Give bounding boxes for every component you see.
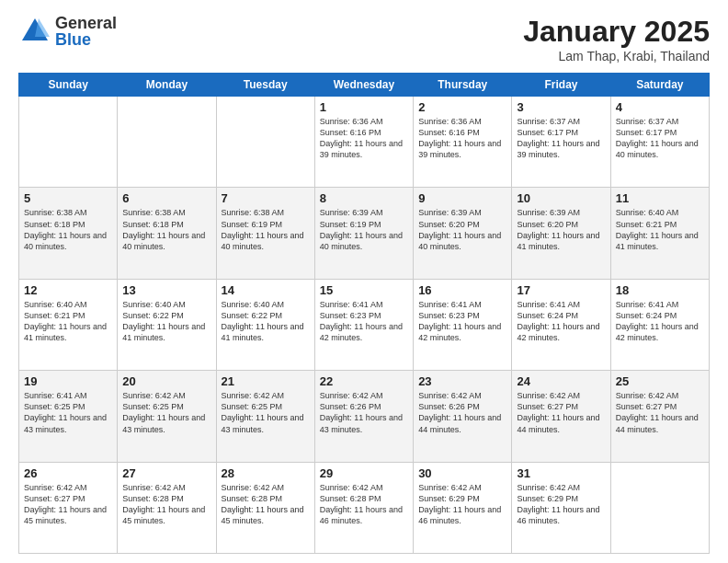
day-number: 29 <box>320 466 408 480</box>
day-number: 6 <box>122 191 210 205</box>
calendar-cell: 16Sunrise: 6:41 AM Sunset: 6:23 PM Dayli… <box>414 279 512 370</box>
calendar-cell: 14Sunrise: 6:40 AM Sunset: 6:22 PM Dayli… <box>216 279 314 370</box>
day-number: 16 <box>418 283 506 297</box>
calendar-cell: 9Sunrise: 6:39 AM Sunset: 6:20 PM Daylig… <box>414 188 512 279</box>
calendar-cell: 12Sunrise: 6:40 AM Sunset: 6:21 PM Dayli… <box>19 279 118 370</box>
day-info: Sunrise: 6:42 AM Sunset: 6:25 PM Dayligh… <box>222 390 310 435</box>
day-info: Sunrise: 6:42 AM Sunset: 6:27 PM Dayligh… <box>24 482 112 527</box>
col-friday: Friday <box>512 74 610 97</box>
location-title: Lam Thap, Krabi, Thailand <box>523 49 710 63</box>
calendar-cell <box>19 97 118 188</box>
calendar-cell: 18Sunrise: 6:41 AM Sunset: 6:24 PM Dayli… <box>610 279 709 370</box>
logo-blue: Blue <box>55 31 117 48</box>
calendar-week-row: 1Sunrise: 6:36 AM Sunset: 6:16 PM Daylig… <box>19 97 710 188</box>
weekday-header-row: Sunday Monday Tuesday Wednesday Thursday… <box>19 74 710 97</box>
day-info: Sunrise: 6:40 AM Sunset: 6:21 PM Dayligh… <box>24 299 112 344</box>
logo-general: General <box>55 15 117 31</box>
day-info: Sunrise: 6:42 AM Sunset: 6:29 PM Dayligh… <box>517 482 605 527</box>
calendar-cell: 10Sunrise: 6:39 AM Sunset: 6:20 PM Dayli… <box>512 188 610 279</box>
calendar-cell: 22Sunrise: 6:42 AM Sunset: 6:26 PM Dayli… <box>314 371 413 462</box>
day-number: 7 <box>222 191 310 205</box>
col-sunday: Sunday <box>19 74 118 97</box>
logo-icon <box>18 15 51 48</box>
day-number: 22 <box>320 374 408 388</box>
day-number: 11 <box>616 191 704 205</box>
calendar: Sunday Monday Tuesday Wednesday Thursday… <box>18 73 710 554</box>
calendar-cell: 21Sunrise: 6:42 AM Sunset: 6:25 PM Dayli… <box>216 371 314 462</box>
calendar-cell: 28Sunrise: 6:42 AM Sunset: 6:28 PM Dayli… <box>216 462 314 553</box>
calendar-cell: 26Sunrise: 6:42 AM Sunset: 6:27 PM Dayli… <box>19 462 118 553</box>
day-info: Sunrise: 6:40 AM Sunset: 6:22 PM Dayligh… <box>222 299 310 344</box>
day-info: Sunrise: 6:39 AM Sunset: 6:20 PM Dayligh… <box>517 207 605 252</box>
calendar-week-row: 12Sunrise: 6:40 AM Sunset: 6:21 PM Dayli… <box>19 279 710 370</box>
month-title: January 2025 <box>523 15 710 49</box>
day-info: Sunrise: 6:40 AM Sunset: 6:21 PM Dayligh… <box>616 207 704 252</box>
logo-text: General Blue <box>55 15 117 48</box>
day-number: 9 <box>418 191 506 205</box>
col-saturday: Saturday <box>610 74 709 97</box>
day-info: Sunrise: 6:41 AM Sunset: 6:23 PM Dayligh… <box>418 299 506 344</box>
calendar-cell: 2Sunrise: 6:36 AM Sunset: 6:16 PM Daylig… <box>414 97 512 188</box>
calendar-week-row: 26Sunrise: 6:42 AM Sunset: 6:27 PM Dayli… <box>19 462 710 553</box>
day-number: 27 <box>122 466 210 480</box>
calendar-cell: 29Sunrise: 6:42 AM Sunset: 6:28 PM Dayli… <box>314 462 413 553</box>
day-number: 31 <box>517 466 605 480</box>
day-info: Sunrise: 6:42 AM Sunset: 6:26 PM Dayligh… <box>418 390 506 435</box>
day-info: Sunrise: 6:40 AM Sunset: 6:22 PM Dayligh… <box>122 299 210 344</box>
col-thursday: Thursday <box>414 74 512 97</box>
page: General Blue January 2025 Lam Thap, Krab… <box>0 0 728 563</box>
day-number: 25 <box>616 374 704 388</box>
calendar-cell <box>118 97 216 188</box>
calendar-cell: 23Sunrise: 6:42 AM Sunset: 6:26 PM Dayli… <box>414 371 512 462</box>
day-number: 21 <box>222 374 310 388</box>
day-info: Sunrise: 6:42 AM Sunset: 6:26 PM Dayligh… <box>320 390 408 435</box>
day-number: 12 <box>24 283 112 297</box>
calendar-cell: 5Sunrise: 6:38 AM Sunset: 6:18 PM Daylig… <box>19 188 118 279</box>
col-monday: Monday <box>118 74 216 97</box>
day-number: 28 <box>222 466 310 480</box>
calendar-cell: 15Sunrise: 6:41 AM Sunset: 6:23 PM Dayli… <box>314 279 413 370</box>
calendar-cell: 19Sunrise: 6:41 AM Sunset: 6:25 PM Dayli… <box>19 371 118 462</box>
day-info: Sunrise: 6:42 AM Sunset: 6:28 PM Dayligh… <box>222 482 310 527</box>
title-block: January 2025 Lam Thap, Krabi, Thailand <box>523 15 710 63</box>
calendar-cell: 13Sunrise: 6:40 AM Sunset: 6:22 PM Dayli… <box>118 279 216 370</box>
day-number: 26 <box>24 466 112 480</box>
day-number: 2 <box>418 100 506 114</box>
calendar-cell: 30Sunrise: 6:42 AM Sunset: 6:29 PM Dayli… <box>414 462 512 553</box>
day-info: Sunrise: 6:41 AM Sunset: 6:24 PM Dayligh… <box>517 299 605 344</box>
day-number: 23 <box>418 374 506 388</box>
calendar-cell: 11Sunrise: 6:40 AM Sunset: 6:21 PM Dayli… <box>610 188 709 279</box>
calendar-cell: 3Sunrise: 6:37 AM Sunset: 6:17 PM Daylig… <box>512 97 610 188</box>
day-info: Sunrise: 6:42 AM Sunset: 6:28 PM Dayligh… <box>320 482 408 527</box>
day-number: 18 <box>616 283 704 297</box>
day-number: 5 <box>24 191 112 205</box>
day-info: Sunrise: 6:42 AM Sunset: 6:29 PM Dayligh… <box>418 482 506 527</box>
day-number: 13 <box>122 283 210 297</box>
day-info: Sunrise: 6:36 AM Sunset: 6:16 PM Dayligh… <box>320 116 408 161</box>
day-info: Sunrise: 6:38 AM Sunset: 6:18 PM Dayligh… <box>24 207 112 252</box>
col-tuesday: Tuesday <box>216 74 314 97</box>
day-number: 24 <box>517 374 605 388</box>
calendar-week-row: 5Sunrise: 6:38 AM Sunset: 6:18 PM Daylig… <box>19 188 710 279</box>
day-number: 17 <box>517 283 605 297</box>
calendar-week-row: 19Sunrise: 6:41 AM Sunset: 6:25 PM Dayli… <box>19 371 710 462</box>
header: General Blue January 2025 Lam Thap, Krab… <box>18 15 710 63</box>
calendar-cell: 17Sunrise: 6:41 AM Sunset: 6:24 PM Dayli… <box>512 279 610 370</box>
day-number: 19 <box>24 374 112 388</box>
day-number: 4 <box>616 100 704 114</box>
day-number: 8 <box>320 191 408 205</box>
day-number: 30 <box>418 466 506 480</box>
day-info: Sunrise: 6:39 AM Sunset: 6:20 PM Dayligh… <box>418 207 506 252</box>
day-info: Sunrise: 6:42 AM Sunset: 6:27 PM Dayligh… <box>517 390 605 435</box>
day-number: 20 <box>122 374 210 388</box>
day-info: Sunrise: 6:42 AM Sunset: 6:27 PM Dayligh… <box>616 390 704 435</box>
calendar-cell <box>216 97 314 188</box>
calendar-cell: 7Sunrise: 6:38 AM Sunset: 6:19 PM Daylig… <box>216 188 314 279</box>
day-info: Sunrise: 6:37 AM Sunset: 6:17 PM Dayligh… <box>616 116 704 161</box>
calendar-cell: 20Sunrise: 6:42 AM Sunset: 6:25 PM Dayli… <box>118 371 216 462</box>
day-info: Sunrise: 6:37 AM Sunset: 6:17 PM Dayligh… <box>517 116 605 161</box>
day-number: 3 <box>517 100 605 114</box>
calendar-cell: 4Sunrise: 6:37 AM Sunset: 6:17 PM Daylig… <box>610 97 709 188</box>
calendar-cell: 24Sunrise: 6:42 AM Sunset: 6:27 PM Dayli… <box>512 371 610 462</box>
calendar-cell: 6Sunrise: 6:38 AM Sunset: 6:18 PM Daylig… <box>118 188 216 279</box>
